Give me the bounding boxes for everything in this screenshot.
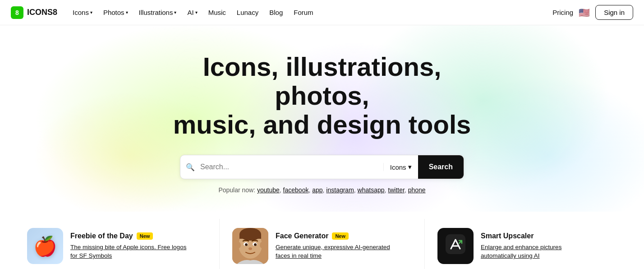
popular-tag-app[interactable]: app (312, 186, 322, 194)
apple-icon: 🍎 (33, 235, 57, 257)
hero-headline: Icons, illustrations, photos, music, and… (164, 52, 480, 139)
pricing-link[interactable]: Pricing (552, 9, 573, 16)
nav-icons[interactable]: Icons ▾ (68, 6, 97, 19)
popular-now: Popular now: youtube, facebook, app, ins… (9, 186, 635, 194)
card-face-generator: Face Generator New Generate unique, expr… (220, 219, 425, 269)
nav-illustrations[interactable]: Illustrations ▾ (134, 6, 181, 19)
brand-logo[interactable]: 8 ICONS8 (11, 6, 57, 19)
featured-cards: 🍎 Freebie of the Day New The missing bit… (0, 212, 644, 269)
popular-tag-youtube[interactable]: youtube (257, 186, 280, 194)
sign-in-button[interactable]: Sign in (595, 5, 633, 20)
hero-content: Icons, illustrations, photos, music, and… (9, 52, 635, 194)
popular-tag-instagram[interactable]: instagram (326, 186, 354, 194)
nav-right: Pricing 🇺🇸 Sign in (552, 5, 633, 20)
face-illustration (232, 228, 268, 264)
card-description[interactable]: Enlarge and enhance pictures automatical… (481, 243, 598, 260)
svg-point-5 (236, 242, 241, 248)
nav-music[interactable]: Music (204, 6, 230, 19)
card-thumb-apple: 🍎 (27, 228, 63, 264)
logo-letter: 8 (15, 9, 19, 16)
hero-section: Icons, illustrations, photos, music, and… (0, 25, 644, 212)
nav-blog[interactable]: Blog (265, 6, 287, 19)
svg-point-6 (260, 242, 264, 248)
card-title: Freebie of the Day (70, 232, 133, 240)
chevron-down-icon: ▾ (174, 10, 176, 15)
popular-tag-twitter[interactable]: twitter (388, 186, 405, 194)
search-input[interactable] (200, 157, 383, 177)
logo-box: 8 (11, 6, 23, 19)
upscaler-icon (446, 234, 465, 258)
card-smart-upscaler: Smart Upscaler Enlarge and enhance pictu… (425, 219, 630, 269)
card-title-row: Smart Upscaler (481, 232, 598, 240)
badge-new: New (332, 232, 349, 240)
navbar: 8 ICONS8 Icons ▾ Photos ▾ Illustrations … (0, 0, 644, 25)
svg-point-11 (248, 247, 252, 250)
svg-rect-12 (446, 234, 465, 254)
card-freebie: 🍎 Freebie of the Day New The missing bit… (14, 219, 220, 269)
nav-forum[interactable]: Forum (289, 6, 317, 19)
brand-name: ICONS8 (27, 8, 57, 17)
nav-links: Icons ▾ Photos ▾ Illustrations ▾ AI ▾ Mu… (68, 6, 552, 19)
svg-point-9 (245, 243, 248, 246)
chevron-down-icon: ▾ (90, 10, 92, 15)
search-icon: 🔍 (180, 163, 200, 172)
card-title-row: Face Generator New (276, 232, 393, 240)
card-title: Face Generator (276, 232, 328, 240)
nav-photos[interactable]: Photos ▾ (99, 6, 133, 19)
card-description[interactable]: The missing bite of Apple icons. Free lo… (70, 243, 188, 260)
chevron-down-icon: ▾ (126, 10, 128, 15)
popular-tag-whatsapp[interactable]: whatsapp (358, 186, 385, 194)
language-flag-icon[interactable]: 🇺🇸 (579, 7, 590, 18)
card-title: Smart Upscaler (481, 232, 534, 240)
card-thumb-face (232, 228, 268, 264)
card-title-row: Freebie of the Day New (70, 232, 188, 240)
nav-lunacy[interactable]: Lunacy (232, 6, 263, 19)
card-info-face: Face Generator New Generate unique, expr… (276, 232, 393, 260)
chevron-down-icon: ▾ (195, 10, 198, 15)
card-thumb-upscaler (437, 228, 474, 264)
svg-point-10 (254, 243, 257, 246)
chevron-down-icon: ▾ (408, 163, 412, 171)
card-info-upscaler: Smart Upscaler Enlarge and enhance pictu… (481, 232, 598, 260)
card-description[interactable]: Generate unique, expressive AI-generated… (276, 243, 393, 260)
upscaler-svg-icon (446, 234, 465, 254)
search-button[interactable]: Search (418, 155, 464, 179)
card-info-freebie: Freebie of the Day New The missing bite … (70, 232, 188, 260)
svg-rect-4 (239, 234, 261, 239)
badge-new: New (137, 232, 153, 240)
search-type-dropdown[interactable]: Icons ▾ (383, 163, 418, 171)
popular-tag-facebook[interactable]: facebook (283, 186, 309, 194)
popular-tag-phone[interactable]: phone (408, 186, 426, 194)
nav-ai[interactable]: AI ▾ (183, 6, 202, 19)
search-bar: 🔍 Icons ▾ Search (180, 155, 464, 179)
